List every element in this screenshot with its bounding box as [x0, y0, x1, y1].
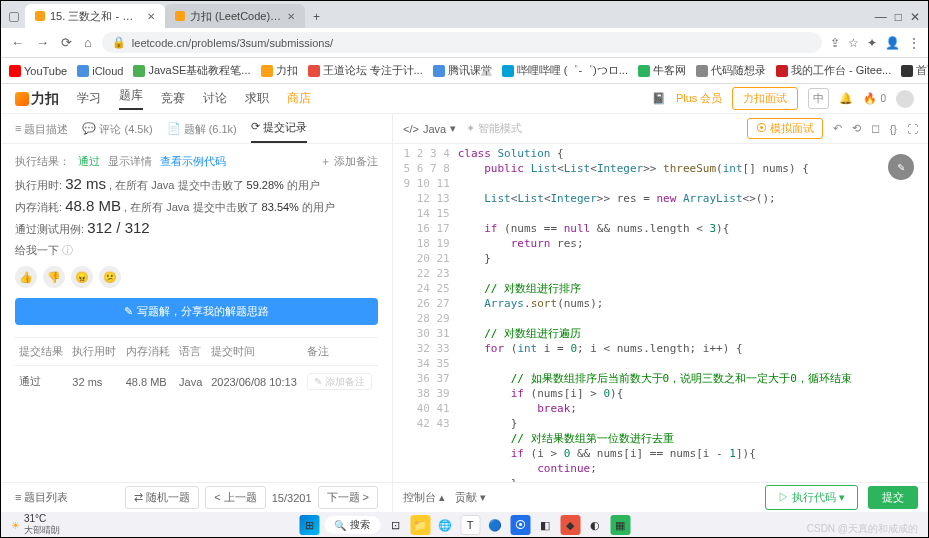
weather-widget[interactable]: ☀ 31°C 大部晴朗: [11, 513, 60, 537]
browser-tab-active[interactable]: 15. 三数之和 - 力扣 (LeetCod... ✕: [25, 4, 165, 28]
show-detail-link[interactable]: 显示详情: [108, 154, 152, 169]
app-icon[interactable]: ⦿: [510, 515, 530, 535]
plus-button[interactable]: Plus 会员: [676, 91, 722, 106]
new-tab-button[interactable]: +: [305, 6, 328, 28]
url-text: leetcode.cn/problems/3sum/submissions/: [132, 37, 333, 49]
notebook-icon[interactable]: 📓: [652, 92, 666, 105]
forward-icon[interactable]: →: [34, 33, 51, 52]
nav-contest[interactable]: 竞赛: [161, 90, 185, 107]
prev-button[interactable]: < 上一题: [205, 486, 265, 509]
star-icon[interactable]: ☆: [848, 36, 859, 50]
code-editor[interactable]: ✎ 1 2 3 4 5 6 7 8 9 10 11 12 13 14 15 16…: [393, 144, 928, 482]
nav-problems[interactable]: 题库: [119, 87, 143, 110]
bookmark-icon[interactable]: ◻: [871, 122, 880, 135]
logo[interactable]: 力扣: [15, 90, 59, 108]
nav-discuss[interactable]: 讨论: [203, 90, 227, 107]
maximize-icon[interactable]: □: [895, 10, 902, 24]
submit-button[interactable]: 提交: [868, 486, 918, 509]
table-row[interactable]: 通过 32 ms 48.8 MB Java 2023/06/08 10:13 ✎…: [15, 366, 378, 398]
auto-mode[interactable]: ✦ 智能模式: [466, 121, 522, 136]
settings-icon[interactable]: {}: [890, 123, 897, 135]
nav-jobs[interactable]: 求职: [245, 90, 269, 107]
console-button[interactable]: 控制台 ▴: [403, 490, 445, 505]
start-icon[interactable]: ⊞: [299, 515, 319, 535]
bookmark-item[interactable]: 牛客网: [638, 63, 686, 78]
bell-icon[interactable]: 🔔: [839, 92, 853, 105]
bookmark-item[interactable]: iCloud: [77, 65, 123, 77]
tab-comments[interactable]: 💬评论 (4.5k): [82, 122, 152, 143]
lock-icon: 🔒: [112, 36, 126, 49]
app-icon[interactable]: ◧: [535, 515, 555, 535]
col-time: 执行用时: [68, 338, 121, 366]
fire-icon[interactable]: 🔥 0: [863, 92, 886, 105]
browser-tab-inactive[interactable]: 力扣 (LeetCode) 官网 - 全球... ✕: [165, 4, 305, 28]
tab-title: 15. 三数之和 - 力扣 (LeetCod...: [50, 9, 142, 24]
language-select[interactable]: </> Java ▾: [403, 122, 456, 135]
thumb-up-button[interactable]: 👍: [15, 266, 37, 288]
line-gutter: 1 2 3 4 5 6 7 8 9 10 11 12 13 14 15 16 1…: [393, 144, 458, 482]
task-view-icon[interactable]: ⊡: [385, 515, 405, 535]
profile-icon[interactable]: 👤: [885, 36, 900, 50]
bookmark-item[interactable]: JavaSE基础教程笔...: [133, 63, 250, 78]
random-button[interactable]: ⇄ 随机一题: [125, 486, 199, 509]
angry-button[interactable]: 😠: [71, 266, 93, 288]
problem-list-button[interactable]: ≡ 题目列表: [15, 490, 68, 505]
close-icon[interactable]: ✕: [147, 11, 155, 22]
app-icon[interactable]: ▦: [610, 515, 630, 535]
bookmark-item[interactable]: YouTube: [9, 65, 67, 77]
thumb-down-button[interactable]: 👎: [43, 266, 65, 288]
app-icon[interactable]: ◆: [560, 515, 580, 535]
confused-button[interactable]: 😕: [99, 266, 121, 288]
taskbar-search[interactable]: 🔍搜索: [324, 516, 380, 534]
bookmark-item[interactable]: 首页-KuangStudy: [901, 63, 928, 78]
avatar[interactable]: [896, 90, 914, 108]
bookmark-item[interactable]: 腾讯课堂: [433, 63, 492, 78]
nav-learn[interactable]: 学习: [77, 90, 101, 107]
code-content[interactable]: class Solution { public List<List<Intege…: [458, 144, 928, 482]
reload-icon[interactable]: ⟳: [59, 33, 74, 52]
share-icon[interactable]: ⇪: [830, 36, 840, 50]
close-icon[interactable]: ✕: [287, 11, 295, 22]
mock-interview-button[interactable]: ⦿ 模拟面试: [747, 118, 823, 139]
bookmark-item[interactable]: 王道论坛 专注于计...: [308, 63, 423, 78]
app-icon[interactable]: ◐: [585, 515, 605, 535]
run-code-button[interactable]: ▷ 执行代码 ▾: [765, 485, 858, 510]
reset-icon[interactable]: ⟲: [852, 122, 861, 135]
tab-description[interactable]: ≡题目描述: [15, 122, 68, 143]
testcase-value: 312 / 312: [87, 219, 150, 236]
note-button[interactable]: ✎ 添加备注: [307, 373, 372, 390]
nav-store[interactable]: 商店: [287, 90, 311, 107]
interview-button[interactable]: 力扣面试: [732, 87, 798, 110]
url-input[interactable]: 🔒 leetcode.cn/problems/3sum/submissions/: [102, 32, 822, 53]
back-icon[interactable]: ←: [9, 33, 26, 52]
share-solution-button[interactable]: ✎ 写题解，分享我的解题思路: [15, 298, 378, 325]
runtime-label: 执行用时:: [15, 179, 62, 191]
contribute-button[interactable]: 贡献 ▾: [455, 490, 486, 505]
undo-icon[interactable]: ↶: [833, 122, 842, 135]
minimize-icon[interactable]: —: [875, 10, 887, 24]
close-window-icon[interactable]: ✕: [910, 10, 920, 24]
lang-toggle[interactable]: 中: [808, 88, 829, 109]
bookmark-item[interactable]: 哔哩哔哩 (゜-゜)つロ...: [502, 63, 628, 78]
chrome-icon[interactable]: 🔵: [485, 515, 505, 535]
next-button[interactable]: 下一题 >: [318, 486, 378, 509]
home-icon[interactable]: ⌂: [82, 33, 94, 52]
tab-submissions[interactable]: ⟳提交记录: [251, 120, 307, 143]
bookmark-item[interactable]: 力扣: [261, 63, 298, 78]
bookmark-item[interactable]: 我的工作台 - Gitee...: [776, 63, 891, 78]
view-code-link[interactable]: 查看示例代码: [160, 154, 226, 169]
extension-icon[interactable]: ✦: [867, 36, 877, 50]
menu-icon[interactable]: ⋮: [908, 36, 920, 50]
add-note-button[interactable]: ＋添加备注: [320, 154, 378, 169]
doc-icon: 📄: [167, 122, 181, 137]
app-icon[interactable]: T: [460, 515, 480, 535]
tab-solutions[interactable]: 📄题解 (6.1k): [167, 122, 237, 143]
col-lang: 语言: [175, 338, 207, 366]
edge-icon[interactable]: 🌐: [435, 515, 455, 535]
bookmark-item[interactable]: 代码随想录: [696, 63, 766, 78]
cell-time: 32 ms: [68, 366, 121, 398]
window-control[interactable]: [9, 12, 19, 22]
explorer-icon[interactable]: 📁: [410, 515, 430, 535]
float-button[interactable]: ✎: [888, 154, 914, 180]
fullscreen-icon[interactable]: ⛶: [907, 123, 918, 135]
